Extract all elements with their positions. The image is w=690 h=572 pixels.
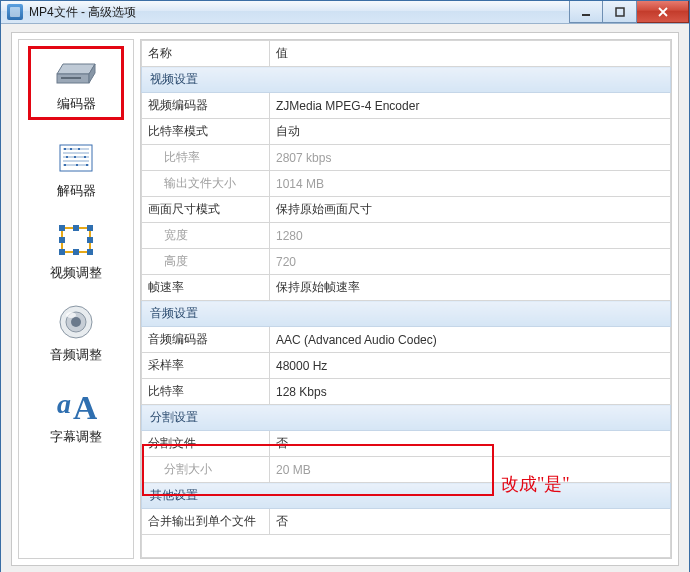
svg-rect-20: [86, 164, 88, 166]
content: 编码器: [11, 32, 679, 566]
svg-rect-15: [66, 156, 68, 158]
sidebar-item-label: 音频调整: [50, 346, 102, 364]
spacer: [142, 535, 671, 558]
sidebar-item-audio[interactable]: 音频调整: [28, 298, 124, 366]
svg-rect-19: [76, 164, 78, 166]
app-icon: [7, 4, 23, 20]
col-value[interactable]: 值: [270, 41, 671, 67]
dialog-footer: 确定 取消: [11, 566, 679, 572]
window: MP4文件 - 高级选项: [0, 0, 690, 572]
svg-rect-21: [62, 228, 90, 252]
svg-point-32: [71, 317, 81, 327]
svg-rect-5: [61, 77, 81, 79]
window-title: MP4文件 - 高级选项: [29, 4, 569, 21]
row-video-encoder[interactable]: 视频编码器ZJMedia MPEG-4 Encoder: [142, 93, 671, 119]
svg-rect-23: [87, 225, 93, 231]
row-output-size[interactable]: 输出文件大小1014 MB: [142, 171, 671, 197]
row-split-file[interactable]: 分割文件否: [142, 431, 671, 457]
property-grid: 名称 值 视频设置 视频编码器ZJMedia MPEG-4 Encoder 比特…: [140, 39, 672, 559]
sidebar-item-label: 字幕调整: [50, 428, 102, 446]
decoder-icon: [52, 138, 100, 178]
titlebar[interactable]: MP4文件 - 高级选项: [1, 1, 689, 24]
svg-rect-16: [74, 156, 76, 158]
window-buttons: [569, 1, 689, 23]
sidebar: 编码器: [18, 39, 134, 559]
subtitle-adjust-icon: a A: [52, 384, 100, 424]
row-frame-mode[interactable]: 画面尺寸模式保持原始画面尺寸: [142, 197, 671, 223]
client-area: 编码器: [1, 24, 689, 572]
maximize-button[interactable]: [603, 1, 637, 23]
row-bitrate-mode[interactable]: 比特率模式自动: [142, 119, 671, 145]
svg-rect-22: [59, 225, 65, 231]
properties-table: 名称 值 视频设置 视频编码器ZJMedia MPEG-4 Encoder 比特…: [141, 40, 671, 558]
section-video[interactable]: 视频设置: [142, 67, 671, 93]
row-fps[interactable]: 帧速率保持原始帧速率: [142, 275, 671, 301]
close-button[interactable]: [637, 1, 689, 23]
svg-rect-18: [64, 164, 66, 166]
row-height[interactable]: 高度720: [142, 249, 671, 275]
row-split-size[interactable]: 分割大小20 MB: [142, 457, 671, 483]
svg-text:A: A: [73, 389, 97, 423]
row-audio-bitrate[interactable]: 比特率128 Kbps: [142, 379, 671, 405]
svg-rect-25: [87, 249, 93, 255]
col-name[interactable]: 名称: [142, 41, 270, 67]
row-bitrate[interactable]: 比特率2807 kbps: [142, 145, 671, 171]
svg-marker-2: [57, 64, 95, 74]
svg-rect-0: [582, 14, 590, 16]
minimize-button[interactable]: [569, 1, 603, 23]
sidebar-item-video[interactable]: 视频调整: [28, 216, 124, 284]
sidebar-item-encoder[interactable]: 编码器: [28, 46, 124, 120]
svg-rect-26: [73, 225, 79, 231]
sidebar-item-label: 解码器: [57, 182, 96, 200]
audio-adjust-icon: [52, 302, 100, 342]
svg-rect-14: [78, 148, 80, 150]
encoder-icon: [52, 51, 100, 91]
section-split[interactable]: 分割设置: [142, 405, 671, 431]
svg-point-33: [66, 312, 76, 318]
video-adjust-icon: [52, 220, 100, 260]
row-width[interactable]: 宽度1280: [142, 223, 671, 249]
svg-rect-24: [59, 249, 65, 255]
row-merge-output[interactable]: 合并输出到单个文件否: [142, 509, 671, 535]
sidebar-item-label: 编码器: [57, 95, 96, 113]
section-other[interactable]: 其他设置: [142, 483, 671, 509]
row-audio-encoder[interactable]: 音频编码器AAC (Advanced Audio Codec): [142, 327, 671, 353]
svg-rect-13: [70, 148, 72, 150]
row-sample-rate[interactable]: 采样率48000 Hz: [142, 353, 671, 379]
svg-rect-28: [59, 237, 65, 243]
svg-rect-27: [73, 249, 79, 255]
svg-text:a: a: [57, 388, 71, 419]
table-header-row: 名称 值: [142, 41, 671, 67]
svg-rect-17: [84, 156, 86, 158]
svg-rect-29: [87, 237, 93, 243]
svg-rect-1: [616, 8, 624, 16]
svg-rect-12: [64, 148, 66, 150]
section-audio[interactable]: 音频设置: [142, 301, 671, 327]
sidebar-item-label: 视频调整: [50, 264, 102, 282]
sidebar-item-decoder[interactable]: 解码器: [28, 134, 124, 202]
sidebar-item-subtitle[interactable]: a A 字幕调整: [28, 380, 124, 448]
